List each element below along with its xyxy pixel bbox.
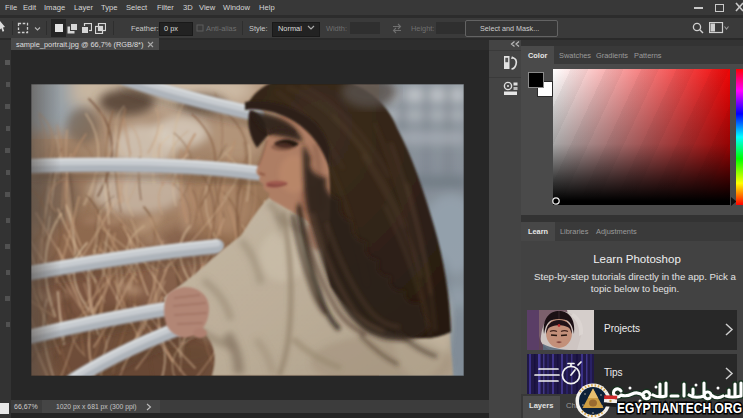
svg-text:EGYPTIANTECH.ORG: EGYPTIANTECH.ORG — [617, 399, 742, 416]
